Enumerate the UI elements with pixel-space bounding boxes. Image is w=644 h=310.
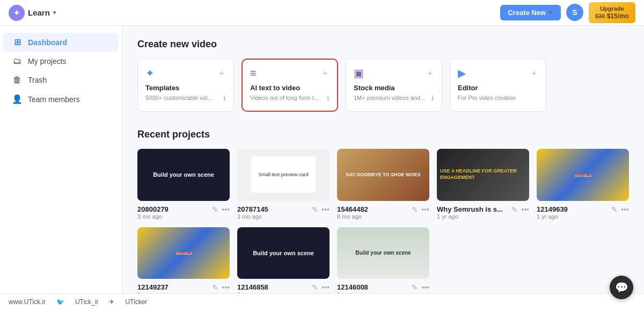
projects-grid: Build your own scene 20800279 3 mo ago ✎… <box>137 149 629 293</box>
sidebar-item-my-projects[interactable]: 🗂 My projects <box>3 52 119 70</box>
edit-icon-5[interactable]: ✎ <box>611 205 618 214</box>
footer-website: www.UTick.ir <box>9 298 46 306</box>
topnav-right: Create New ▼ S Upgrade $30 $15/mo <box>500 2 635 24</box>
project-id-1: 20800279 <box>137 205 212 213</box>
thumb-text-6: MANILA <box>137 227 230 279</box>
card-header-stock: ▣ ＋ <box>354 67 434 80</box>
editor-plus-icon: ＋ <box>530 68 538 79</box>
thumb-text-2: Small text preview card <box>251 156 316 193</box>
edit-icon-7[interactable]: ✎ <box>312 283 318 292</box>
thumb-text-7: Build your own scene <box>237 227 330 279</box>
editor-title: Editor <box>458 84 538 92</box>
project-meta-1: 20800279 3 mo ago <box>137 205 212 220</box>
project-thumb-4: USE A HEADLINE FOR GREATER ENGAGEMENT <box>437 149 529 201</box>
avatar-initial: S <box>572 8 577 17</box>
project-card-2[interactable]: Small text preview card 20787145 3 mo ag… <box>237 149 330 220</box>
project-card-1[interactable]: Build your own scene 20800279 3 mo ago ✎… <box>137 149 230 220</box>
edit-icon-3[interactable]: ✎ <box>412 205 418 214</box>
project-card-6[interactable]: MANILA 12149237 1 yr ago ✎ ••• <box>137 227 230 293</box>
ai-text-icon: ≡ <box>250 67 257 80</box>
project-card-8[interactable]: Build your own scene 12146008 1 yr ago ✎… <box>337 227 429 293</box>
more-icon-2[interactable]: ••• <box>321 205 330 214</box>
ai-text-desc: Videos out of long form t... ℹ <box>250 94 330 103</box>
project-meta-2: 20787145 3 mo ago <box>237 205 312 220</box>
edit-icon-4[interactable]: ✎ <box>511 205 518 214</box>
new-price: $15/mo <box>607 12 629 20</box>
create-new-chevron: ▼ <box>548 10 553 16</box>
project-actions-5: ✎ ••• <box>611 205 629 214</box>
chat-bubble-button[interactable]: 💬 <box>610 276 633 299</box>
project-id-8: 12146008 <box>337 283 412 291</box>
project-thumb-8: Build your own scene <box>337 227 429 279</box>
sidebar-label-team-members: Team members <box>28 95 79 104</box>
project-card-5[interactable]: MANILA 12149639 1 yr ago ✎ ••• <box>537 149 629 220</box>
create-cards-container: ✦ ＋ Templates 5000+ customizable vid... … <box>137 59 629 112</box>
more-icon-7[interactable]: ••• <box>321 283 330 292</box>
sidebar-item-trash[interactable]: 🗑 Trash <box>3 71 119 89</box>
project-meta-6: 12149237 1 yr ago <box>137 283 212 293</box>
more-icon-6[interactable]: ••• <box>222 283 230 292</box>
project-info-4: Why Semrush is s... 1 yr ago ✎ ••• <box>437 205 529 220</box>
sidebar-item-team-members[interactable]: 👤 Team members <box>3 90 119 109</box>
project-card-3[interactable]: SAY GOODBYE TO SHOE WOES 15464482 8 mo a… <box>337 149 429 220</box>
upgrade-button[interactable]: Upgrade $30 $15/mo <box>589 2 635 24</box>
project-meta-5: 12149639 1 yr ago <box>537 205 611 220</box>
brand-chevron: ▼ <box>52 10 57 16</box>
more-icon-4[interactable]: ••• <box>521 205 529 214</box>
twitter-icon: 🐦 <box>56 298 64 306</box>
templates-plus-icon: ＋ <box>217 68 226 79</box>
more-icon-1[interactable]: ••• <box>222 205 230 214</box>
my-projects-icon: 🗂 <box>12 56 23 66</box>
ai-info-icon: ℹ <box>327 94 330 103</box>
create-card-ai-text-to-video[interactable]: ≡ ＋ AI text to video Videos out of long … <box>241 59 338 112</box>
more-icon-3[interactable]: ••• <box>421 205 429 214</box>
more-icon-5[interactable]: ••• <box>621 205 629 214</box>
project-thumb-7: Build your own scene <box>237 227 330 279</box>
thumb-text-8: Build your own scene <box>337 227 429 279</box>
sidebar-item-dashboard[interactable]: ⊞ Dashboard <box>3 33 119 52</box>
project-info-7: 12146858 1 yr ago ✎ ••• <box>237 283 330 293</box>
user-avatar-button[interactable]: S <box>566 4 583 21</box>
topnav-left: ✦ Learn ▼ <box>9 5 57 21</box>
project-card-4[interactable]: USE A HEADLINE FOR GREATER ENGAGEMENT Wh… <box>437 149 529 220</box>
edit-icon-6[interactable]: ✎ <box>212 283 218 292</box>
more-icon-8[interactable]: ••• <box>421 283 429 292</box>
create-section-title: Create new video <box>137 39 629 50</box>
project-meta-4: Why Semrush is s... 1 yr ago <box>437 205 511 220</box>
thumb-text-4: USE A HEADLINE FOR GREATER ENGAGEMENT <box>437 149 529 201</box>
sidebar-label-trash: Trash <box>28 76 47 84</box>
templates-title: Templates <box>145 84 226 92</box>
project-actions-8: ✎ ••• <box>412 283 429 292</box>
project-thumb-1: Build your own scene <box>137 149 230 201</box>
edit-icon-1[interactable]: ✎ <box>212 205 218 214</box>
project-card-7[interactable]: Build your own scene 12146858 1 yr ago ✎… <box>237 227 330 293</box>
create-new-button[interactable]: Create New ▼ <box>500 5 561 20</box>
footer-telegram: UTicker <box>125 298 147 306</box>
project-actions-4: ✎ ••• <box>511 205 529 214</box>
ai-text-title: AI text to video <box>250 84 330 92</box>
project-id-2: 20787145 <box>237 205 312 213</box>
project-info-6: 12149237 1 yr ago ✎ ••• <box>137 283 230 293</box>
bottom-bar: www.UTick.ir 🐦 UTick_ir ✈ UTicker <box>0 293 644 310</box>
stock-info-icon: ℹ <box>431 94 434 103</box>
edit-icon-2[interactable]: ✎ <box>312 205 318 214</box>
project-thumb-3: SAY GOODBYE TO SHOE WOES <box>337 149 429 201</box>
edit-icon-8[interactable]: ✎ <box>412 283 418 292</box>
project-time-3: 8 mo ago <box>337 213 412 220</box>
project-info-8: 12146008 1 yr ago ✎ ••• <box>337 283 429 293</box>
project-actions-2: ✎ ••• <box>312 205 330 214</box>
footer-twitter: UTick_ir <box>75 298 99 306</box>
editor-desc: For Pro video creation <box>458 94 538 102</box>
templates-info-icon: ℹ <box>223 94 226 103</box>
brand-name[interactable]: Learn ▼ <box>28 8 57 17</box>
templates-desc: 5000+ customizable vid... ℹ <box>145 94 226 103</box>
project-actions-3: ✎ ••• <box>412 205 429 214</box>
project-info-2: 20787145 3 mo ago ✎ ••• <box>237 205 330 220</box>
create-card-editor[interactable]: ▶ ＋ Editor For Pro video creation <box>450 59 546 112</box>
thumb-text-1: Build your own scene <box>137 149 230 201</box>
create-card-templates[interactable]: ✦ ＋ Templates 5000+ customizable vid... … <box>137 59 234 112</box>
project-time-1: 3 mo ago <box>137 213 212 220</box>
project-time-2: 3 mo ago <box>237 213 312 220</box>
create-new-label: Create New <box>508 9 546 17</box>
create-card-stock-media[interactable]: ▣ ＋ Stock media 1M+ premium videos and..… <box>346 59 442 112</box>
